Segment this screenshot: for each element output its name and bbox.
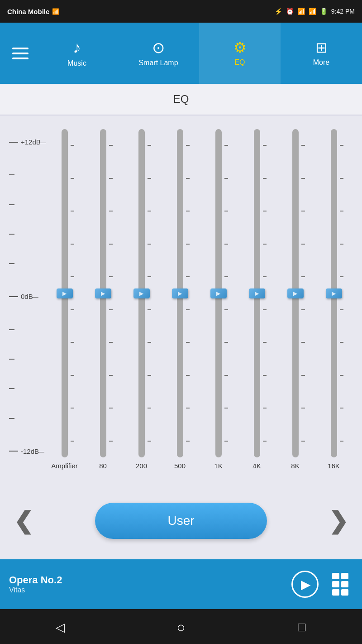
slider-track-8k[interactable] <box>292 129 299 457</box>
slider-track-80[interactable] <box>100 129 106 457</box>
tab-smart-lamp[interactable]: ⊙ Smart Lamp <box>118 23 199 84</box>
slider-16k: 16K <box>314 129 353 473</box>
track-title: Opera No.2 <box>9 574 282 586</box>
slider-80: 80 <box>84 129 122 473</box>
preset-next-button[interactable]: ❯ <box>329 507 348 534</box>
slider-label-1k: 1K <box>214 462 222 473</box>
eq-sliders-container: +12dB 0dB <box>9 129 353 473</box>
slider-track-4k[interactable] <box>254 129 260 457</box>
page-title-bar: EQ <box>0 84 362 115</box>
preset-prev-button[interactable]: ❮ <box>14 507 33 534</box>
slider-1k: 1K <box>199 129 238 473</box>
slider-200: 200 <box>122 129 161 473</box>
signal-icon: 📶 <box>309 8 316 15</box>
recent-button[interactable]: □ <box>288 614 315 641</box>
carrier-info: China Mobile 📶 <box>7 8 59 15</box>
battery-icon: 🔋 <box>320 8 328 15</box>
slider-track-16k[interactable] <box>331 129 337 457</box>
eq-icon: ⚙ <box>233 40 247 55</box>
scale-label-top: +12dB <box>21 138 41 146</box>
system-nav-bar: ◁ ○ □ <box>0 609 362 644</box>
preset-area: ❮ User ❯ <box>0 482 362 559</box>
slider-thumb-8k[interactable] <box>287 288 304 298</box>
back-button[interactable]: ◁ <box>47 614 74 641</box>
tab-more[interactable]: ⊞ More <box>281 23 362 84</box>
slider-thumb-80[interactable] <box>95 288 111 298</box>
playlist-icon <box>341 581 348 587</box>
scale-label-bot: -12dB <box>21 447 39 455</box>
slider-track-500[interactable] <box>177 129 183 457</box>
music-icon: ♪ <box>73 39 81 56</box>
slider-8k: 8K <box>276 129 314 473</box>
wifi-icon: 📶 <box>297 8 305 15</box>
more-label: More <box>313 58 329 67</box>
slider-label-amplifier: Amplifier <box>51 462 77 473</box>
playlist-icon <box>341 589 348 596</box>
slider-track-200[interactable] <box>138 129 145 457</box>
nav-bar: ♪ Music ⊙ Smart Lamp ⚙ EQ ⊞ More <box>0 23 362 84</box>
more-icon: ⊞ <box>315 40 328 55</box>
slider-track-amplifier[interactable] <box>62 129 68 457</box>
slider-track-1k[interactable] <box>215 129 222 457</box>
home-button[interactable]: ○ <box>167 614 195 641</box>
slider-label-4k: 4K <box>252 462 261 473</box>
slider-label-80: 80 <box>99 462 107 473</box>
music-label: Music <box>67 59 86 67</box>
alarm-icon: ⏰ <box>286 8 294 15</box>
eq-scale: +12dB 0dB <box>9 129 45 473</box>
preset-button[interactable]: User <box>95 503 267 539</box>
playlist-icon <box>332 573 339 579</box>
hamburger-menu[interactable] <box>0 48 36 59</box>
playlist-icon <box>341 573 348 579</box>
eq-area: +12dB 0dB <box>0 115 362 482</box>
smart-lamp-label: Smart Lamp <box>138 59 178 67</box>
slider-label-500: 500 <box>174 462 186 473</box>
status-bar: China Mobile 📶 ⚡ ⏰ 📶 📶 🔋 9:42 PM <box>0 0 362 23</box>
tab-eq[interactable]: ⚙ EQ <box>199 23 281 84</box>
hamburger-icon[interactable] <box>12 48 29 59</box>
slider-thumb-amplifier[interactable] <box>57 288 73 298</box>
play-icon: ▶ <box>301 577 311 592</box>
bluetooth-icon: ⚡ <box>275 8 282 15</box>
playlist-icon <box>332 589 339 596</box>
time: 9:42 PM <box>331 8 355 15</box>
slider-thumb-16k[interactable] <box>326 288 342 298</box>
tab-music[interactable]: ♪ Music <box>36 23 118 84</box>
slider-label-200: 200 <box>136 462 147 473</box>
slider-4k: 4K <box>238 129 276 473</box>
slider-thumb-4k[interactable] <box>249 288 265 298</box>
slider-thumb-500[interactable] <box>172 288 188 298</box>
slider-label-8k: 8K <box>291 462 299 473</box>
slider-label-16k: 16K <box>328 462 340 473</box>
carrier-icon: 📶 <box>52 8 59 15</box>
slider-thumb-200[interactable] <box>133 288 150 298</box>
playlist-icon <box>332 581 339 587</box>
slider-500: 500 <box>161 129 199 473</box>
scale-label-mid: 0dB <box>21 293 33 300</box>
page-title: EQ <box>173 93 189 106</box>
eq-sliders: Amplifier <box>45 129 353 473</box>
track-info: Opera No.2 Vitas <box>9 574 282 594</box>
nav-tabs: ♪ Music ⊙ Smart Lamp ⚙ EQ ⊞ More <box>36 23 362 84</box>
status-icons: ⚡ ⏰ 📶 📶 🔋 9:42 PM <box>275 8 355 15</box>
carrier-name: China Mobile <box>7 8 49 15</box>
slider-amplifier: Amplifier <box>45 129 84 473</box>
playlist-button[interactable] <box>328 572 353 597</box>
track-artist: Vitas <box>9 586 282 594</box>
preset-label: User <box>167 514 194 528</box>
smart-lamp-icon: ⊙ <box>152 40 165 55</box>
slider-thumb-1k[interactable] <box>210 288 227 298</box>
eq-label: EQ <box>234 58 245 67</box>
now-playing-bar: Opera No.2 Vitas ▶ <box>0 559 362 609</box>
play-button[interactable]: ▶ <box>291 571 319 598</box>
